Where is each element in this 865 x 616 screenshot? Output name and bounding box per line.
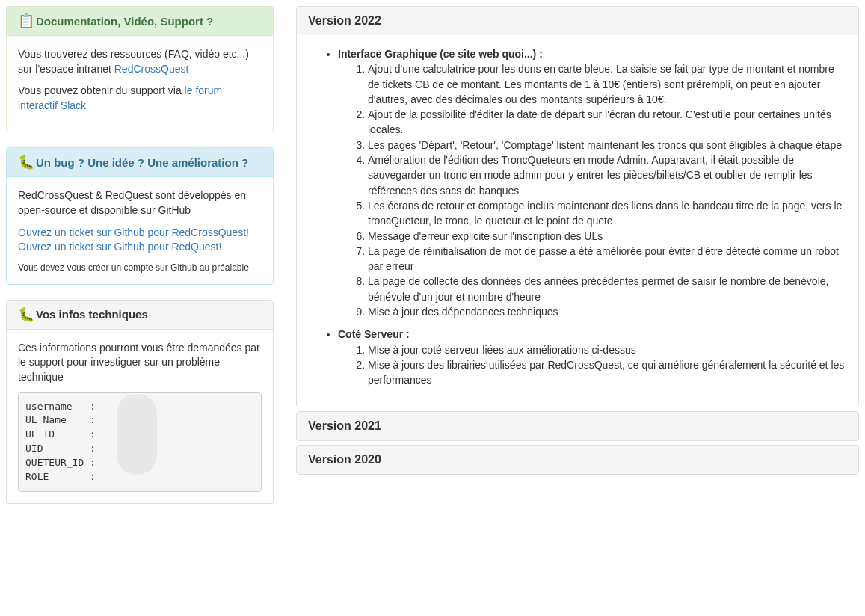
bug-intro: RedCrossQuest & RedQuest sont développés… — [18, 188, 262, 218]
list-item: Mise à jour coté serveur liées aux améli… — [368, 342, 847, 357]
github-rq-link[interactable]: Ouvrez un ticket sur Github pour RedQues… — [18, 241, 221, 253]
ui-heading: Interface Graphique (ce site web quoi...… — [338, 48, 543, 60]
intranet-link[interactable]: RedCrossQuest — [114, 63, 189, 75]
documentation-support: Vous pouvez obtenir du support via le fo… — [18, 84, 262, 113]
bug-links: Ouvrez un ticket sur Github pour RedCros… — [18, 226, 262, 255]
bug-icon: 🐛 — [18, 308, 34, 321]
tech-panel-title: Vos infos techniques — [36, 308, 148, 321]
redacted-values — [117, 394, 157, 475]
uid-label: UID : — [25, 443, 96, 454]
version-2022-panel: Version 2022 Interface Graphique (ce sit… — [296, 6, 859, 407]
list-item: Message d'erreur explicite sur l'inscrip… — [368, 229, 847, 244]
version-2020-panel: Version 2020 — [296, 445, 859, 475]
role-label: ROLE : — [25, 471, 96, 482]
list-item: Amélioration de l'édition des TroncQuete… — [368, 153, 847, 198]
username-label: username : — [25, 401, 96, 412]
github-rcq-link[interactable]: Ouvrez un ticket sur Github pour RedCros… — [18, 227, 249, 238]
tech-intro: Ces informations pourront vous être dema… — [18, 341, 262, 385]
server-section: Coté Serveur : Mise à jour coté serveur … — [338, 327, 847, 387]
documentation-panel-body: Vous trouverez des ressources (FAQ, vidé… — [7, 36, 273, 132]
github-note: Vous devez vous créer un compte sur Gith… — [18, 262, 262, 273]
list-item: Mise à jour des dépendances techniques — [368, 304, 847, 319]
ui-section: Interface Graphique (ce site web quoi...… — [338, 46, 847, 319]
tech-panel: 🐛 Vos infos techniques Ces informations … — [6, 300, 274, 504]
clipboard-icon: 📋 — [18, 14, 34, 28]
version-2020-header[interactable]: Version 2020 — [297, 446, 858, 474]
bug-icon: 🐛 — [18, 155, 34, 169]
list-item: Les écrans de retour et comptage inclus … — [368, 198, 847, 229]
tech-panel-body: Ces informations pourront vous être dema… — [7, 330, 273, 503]
ulname-label: UL Name : — [25, 414, 96, 425]
bug-panel-body: RedCrossQuest & RedQuest sont développés… — [7, 177, 273, 283]
list-item: Ajout d'une calculatrice pour les dons e… — [368, 61, 847, 107]
bug-panel-title: Un bug ? Une idée ? Une amélioration ? — [36, 156, 248, 169]
bug-panel: 🐛 Un bug ? Une idée ? Une amélioration ?… — [6, 147, 274, 284]
version-2022-header[interactable]: Version 2022 — [297, 7, 858, 35]
version-2022-body: Interface Graphique (ce site web quoi...… — [297, 35, 858, 407]
version-2021-header[interactable]: Version 2021 — [297, 412, 858, 440]
ui-list: Ajout d'une calculatrice pour les dons e… — [338, 61, 847, 319]
queteur-label: QUETEUR_ID : — [25, 457, 96, 468]
list-item: Mise à jours des librairies utilisées pa… — [368, 357, 847, 388]
tech-panel-heading: 🐛 Vos infos techniques — [7, 301, 273, 330]
tech-info-block: username : UL Name : UL ID : UID : QUETE… — [18, 392, 262, 492]
list-item: La page de réinitialisation de mot de pa… — [368, 244, 847, 274]
documentation-panel-heading: 📋 Documentation, Vidéo, Support ? — [7, 7, 273, 36]
server-heading: Coté Serveur : — [338, 328, 410, 340]
list-item: La page de collecte des données des anné… — [368, 274, 847, 304]
version-2021-panel: Version 2021 — [296, 411, 859, 441]
server-list: Mise à jour coté serveur liées aux améli… — [338, 342, 847, 388]
list-item: Les pages 'Départ', 'Retour', 'Comptage'… — [368, 138, 847, 153]
documentation-panel: 📋 Documentation, Vidéo, Support ? Vous t… — [6, 6, 274, 132]
list-item: Ajout de la possibilité d'éditer la date… — [368, 107, 847, 138]
ulid-label: UL ID : — [25, 428, 96, 440]
bug-panel-heading: 🐛 Un bug ? Une idée ? Une amélioration ? — [7, 148, 273, 177]
documentation-panel-title: Documentation, Vidéo, Support ? — [36, 15, 213, 28]
documentation-intro: Vous trouverez des ressources (FAQ, vidé… — [18, 47, 262, 76]
